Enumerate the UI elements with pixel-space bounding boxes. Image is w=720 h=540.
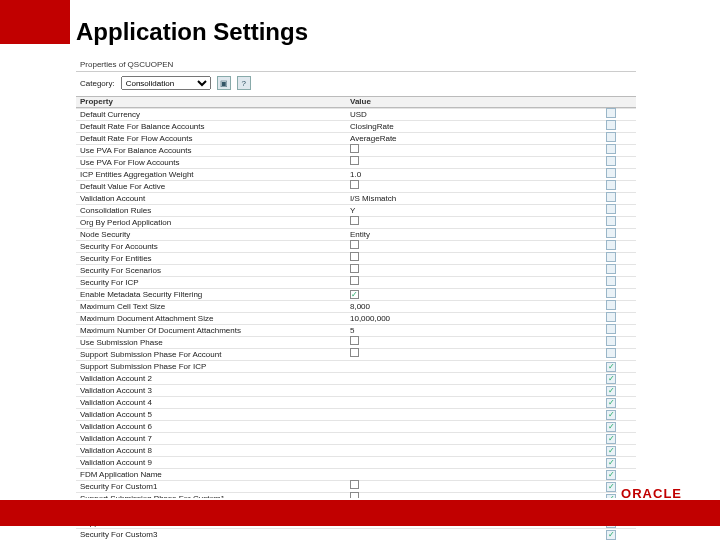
property-cell: Validation Account 3: [76, 385, 346, 397]
table-row[interactable]: Default Rate For Balance AccountsClosing…: [76, 120, 636, 132]
value-checkbox[interactable]: [350, 348, 359, 357]
value-cell[interactable]: 10,000,000: [346, 313, 596, 325]
status-checkbox[interactable]: [606, 108, 616, 118]
table-row[interactable]: Enable Metadata Security Filtering: [76, 288, 636, 300]
status-checkbox[interactable]: [606, 482, 616, 492]
table-row[interactable]: Validation Account 9: [76, 456, 636, 468]
status-checkbox[interactable]: [606, 120, 616, 130]
status-checkbox[interactable]: [606, 276, 616, 286]
status-checkbox[interactable]: [606, 362, 616, 372]
value-checkbox[interactable]: [350, 336, 359, 345]
status-checkbox[interactable]: [606, 252, 616, 262]
status-checkbox[interactable]: [606, 336, 616, 346]
value-checkbox[interactable]: [350, 276, 359, 285]
table-row[interactable]: Default Value For Active: [76, 180, 636, 192]
status-checkbox[interactable]: [606, 324, 616, 334]
save-button[interactable]: ▣: [217, 76, 231, 90]
value-cell[interactable]: 5: [346, 325, 596, 337]
table-row[interactable]: Consolidation RulesY: [76, 204, 636, 216]
table-row[interactable]: Support Submission Phase For Account: [76, 348, 636, 360]
status-checkbox[interactable]: [606, 132, 616, 142]
table-row[interactable]: Validation Account 6: [76, 420, 636, 432]
table-row[interactable]: Validation Account 7: [76, 432, 636, 444]
table-row[interactable]: Maximum Number Of Document Attachments5: [76, 324, 636, 336]
table-row[interactable]: Validation Account 5: [76, 408, 636, 420]
value-checkbox[interactable]: [350, 240, 359, 249]
table-row[interactable]: Default CurrencyUSD: [76, 108, 636, 120]
status-checkbox[interactable]: [606, 240, 616, 250]
status-checkbox[interactable]: [606, 458, 616, 468]
value-cell[interactable]: [346, 276, 596, 289]
table-row[interactable]: Node SecurityEntity: [76, 228, 636, 240]
value-cell[interactable]: Entity: [346, 229, 596, 241]
table-row[interactable]: FDM Application Name: [76, 468, 636, 480]
value-cell[interactable]: 1.0: [346, 169, 596, 181]
table-row[interactable]: Org By Period Application: [76, 216, 636, 228]
status-checkbox[interactable]: [606, 288, 616, 298]
status-checkbox[interactable]: [606, 410, 616, 420]
table-row[interactable]: Validation AccountI/S Mismatch: [76, 192, 636, 204]
table-row[interactable]: Maximum Cell Text Size8,000: [76, 300, 636, 312]
value-cell[interactable]: [346, 216, 596, 229]
help-button[interactable]: ?: [237, 76, 251, 90]
status-checkbox[interactable]: [606, 144, 616, 154]
status-checkbox[interactable]: [606, 192, 616, 202]
value-cell[interactable]: [346, 180, 596, 193]
status-checkbox[interactable]: [606, 216, 616, 226]
table-row[interactable]: Security For Custom1: [76, 480, 636, 492]
category-select[interactable]: Consolidation: [121, 76, 211, 90]
table-row[interactable]: Security For Accounts: [76, 240, 636, 252]
table-row[interactable]: Security For Scenarios: [76, 264, 636, 276]
status-checkbox[interactable]: [606, 228, 616, 238]
status-checkbox[interactable]: [606, 434, 616, 444]
status-checkbox[interactable]: [606, 446, 616, 456]
table-row[interactable]: Use PVA For Balance Accounts: [76, 144, 636, 156]
table-row[interactable]: Validation Account 4: [76, 396, 636, 408]
value-checkbox[interactable]: [350, 180, 359, 189]
property-cell: Node Security: [76, 229, 346, 241]
value-cell[interactable]: AverageRate: [346, 133, 596, 145]
value-cell[interactable]: I/S Mismatch: [346, 193, 596, 205]
value-cell[interactable]: 8,000: [346, 301, 596, 313]
status-checkbox[interactable]: [606, 374, 616, 384]
value-cell[interactable]: Y: [346, 205, 596, 217]
value-cell[interactable]: ClosingRate: [346, 121, 596, 133]
status-checkbox[interactable]: [606, 300, 616, 310]
value-checkbox[interactable]: [350, 480, 359, 489]
table-row[interactable]: Use Submission Phase: [76, 336, 636, 348]
status-checkbox[interactable]: [606, 204, 616, 214]
table-row[interactable]: Default Rate For Flow AccountsAverageRat…: [76, 132, 636, 144]
status-checkbox[interactable]: [606, 156, 616, 166]
value-checkbox[interactable]: [350, 216, 359, 225]
value-cell[interactable]: [346, 348, 596, 361]
value-checkbox[interactable]: [350, 264, 359, 273]
status-checkbox[interactable]: [606, 264, 616, 274]
property-cell: Validation Account: [76, 193, 346, 205]
status-checkbox[interactable]: [606, 180, 616, 190]
status-checkbox[interactable]: [606, 470, 616, 480]
status-checkbox[interactable]: [606, 422, 616, 432]
value-cell[interactable]: USD: [346, 109, 596, 121]
value-cell[interactable]: [346, 289, 596, 301]
status-checkbox[interactable]: [606, 312, 616, 322]
status-checkbox[interactable]: [606, 530, 616, 540]
value-checkbox[interactable]: [350, 252, 359, 261]
table-row[interactable]: Support Submission Phase For ICP: [76, 360, 636, 372]
status-checkbox[interactable]: [606, 398, 616, 408]
table-row[interactable]: Validation Account 2: [76, 372, 636, 384]
table-row[interactable]: Use PVA For Flow Accounts: [76, 156, 636, 168]
table-row[interactable]: ICP Entities Aggregation Weight1.0: [76, 168, 636, 180]
table-row[interactable]: Validation Account 3: [76, 384, 636, 396]
table-row[interactable]: Maximum Document Attachment Size10,000,0…: [76, 312, 636, 324]
value-checkbox[interactable]: [350, 156, 359, 165]
table-row[interactable]: Security For ICP: [76, 276, 636, 288]
value-checkbox[interactable]: [350, 144, 359, 153]
table-row[interactable]: Security For Entities: [76, 252, 636, 264]
status-checkbox[interactable]: [606, 348, 616, 358]
value-checkbox[interactable]: [350, 290, 359, 299]
table-row[interactable]: Security For Custom3: [76, 528, 636, 540]
status-checkbox[interactable]: [606, 386, 616, 396]
table-row[interactable]: Validation Account 8: [76, 444, 636, 456]
status-checkbox[interactable]: [606, 168, 616, 178]
value-cell[interactable]: [346, 156, 596, 169]
